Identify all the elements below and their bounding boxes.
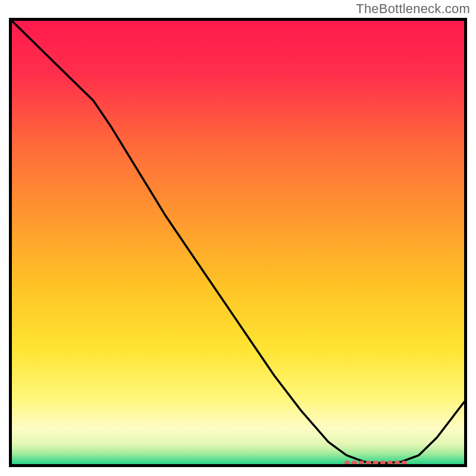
chart-stage: TheBottleneck.com <box>0 0 476 476</box>
chart-svg <box>12 21 464 464</box>
plot-frame <box>9 18 467 467</box>
watermark-text: TheBottleneck.com <box>356 1 470 17</box>
